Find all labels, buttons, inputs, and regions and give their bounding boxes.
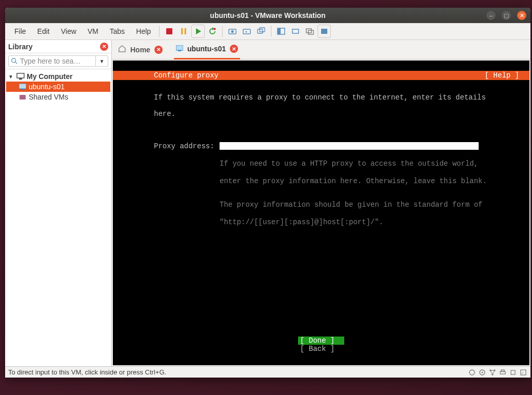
svg-rect-20 [19, 84, 26, 89]
svg-line-17 [15, 62, 17, 64]
svg-rect-14 [308, 30, 313, 34]
window-title: ubuntu-s01 - VMware Workstation [5, 11, 530, 19]
pause-icon[interactable] [177, 25, 190, 38]
svg-rect-1 [181, 28, 183, 34]
svg-rect-19 [19, 78, 22, 80]
svg-rect-12 [292, 29, 299, 33]
installer-heading: Configure proxy [113, 71, 485, 80]
close-button[interactable]: ✕ [517, 11, 526, 20]
console-view-icon[interactable] [303, 25, 317, 38]
restart-icon[interactable] [206, 25, 219, 38]
snapshot-manager-icon[interactable] [254, 25, 268, 38]
proxy-input[interactable] [220, 142, 479, 150]
minimize-button[interactable]: – [486, 11, 496, 20]
back-button[interactable]: [ Back ] [298, 345, 344, 353]
search-icon [11, 57, 18, 65]
installer-header: Configure proxy [ Help ] [113, 71, 529, 80]
tree-label: My Computer [27, 72, 72, 81]
help-button[interactable]: [ Help ] [485, 71, 529, 80]
svg-rect-18 [17, 73, 24, 78]
snapshot-icon[interactable] [226, 25, 239, 38]
svg-rect-15 [321, 29, 327, 34]
tab-home[interactable]: Home ✕ [116, 40, 165, 60]
svg-rect-32 [501, 370, 504, 371]
printer-icon[interactable] [499, 368, 507, 377]
menu-file[interactable]: File [9, 25, 31, 37]
maximize-button[interactable]: ▢ [502, 11, 511, 20]
statusbar: To direct input to this VM, click inside… [5, 366, 530, 378]
intro-line: If this system requires a proxy to conne… [154, 93, 529, 102]
status-icons [468, 368, 527, 377]
tab-ubuntu-s01[interactable]: ubuntu-s01 ✕ [174, 40, 240, 60]
stretch-icon[interactable] [318, 25, 331, 38]
hint-line: The proxy information should be given in… [220, 201, 482, 209]
menu-vm[interactable]: VM [83, 25, 104, 37]
home-icon [118, 45, 126, 54]
search-input[interactable]: Type here to sea… [8, 55, 96, 67]
library-tree: ▼ My Computer ubuntu-s01 Shared VMs [5, 69, 111, 366]
installer-body: If this system requires a proxy to conne… [113, 80, 529, 243]
library-title: Library [8, 43, 32, 51]
vm-icon [176, 45, 183, 53]
menu-help[interactable]: Help [131, 25, 156, 37]
tree-label: Shared VMs [29, 93, 68, 101]
separator [159, 26, 160, 37]
svg-rect-21 [21, 89, 24, 90]
intro-line: here. [154, 110, 529, 118]
svg-rect-23 [176, 45, 183, 50]
svg-rect-31 [500, 371, 505, 374]
close-tab-icon[interactable]: ✕ [154, 46, 163, 54]
hint-line: enter the proxy information here. Otherw… [220, 177, 487, 185]
monitor-icon [16, 73, 25, 80]
svg-rect-2 [185, 28, 187, 34]
menubar: File Edit View VM Tabs Help [5, 23, 530, 40]
done-button[interactable]: [ Done ] [298, 337, 344, 345]
tree-my-computer[interactable]: ▼ My Computer [6, 71, 110, 82]
main-area: Library ✕ Type here to sea… ▼ ▼ My Compu… [5, 40, 530, 366]
svg-rect-13 [306, 29, 311, 33]
snapshot-revert-icon[interactable] [240, 25, 253, 38]
vm-console[interactable]: Configure proxy [ Help ] If this system … [113, 61, 529, 365]
vm-icon [18, 83, 27, 90]
power-off-icon[interactable] [163, 25, 176, 38]
status-hint: To direct input to this VM, click inside… [8, 368, 166, 376]
separator [222, 26, 223, 37]
close-library-icon[interactable]: ✕ [100, 43, 108, 51]
shared-folder-icon [18, 93, 27, 101]
search-placeholder: Type here to sea… [20, 57, 81, 65]
svg-rect-9 [260, 28, 265, 32]
search-dropdown[interactable]: ▼ [96, 55, 108, 67]
play-icon[interactable] [191, 25, 205, 38]
svg-marker-3 [196, 28, 201, 34]
tab-label: Home [130, 46, 150, 54]
caret-down-icon: ▼ [8, 74, 14, 80]
installer-screen: Configure proxy [ Help ] If this system … [113, 71, 529, 365]
tree-ubuntu-s01[interactable]: ubuntu-s01 [6, 82, 110, 92]
svg-point-25 [469, 370, 475, 375]
menu-view[interactable]: View [56, 25, 82, 37]
fullscreen-icon[interactable] [274, 25, 288, 38]
svg-rect-22 [19, 95, 26, 100]
menu-tabs[interactable]: Tabs [105, 25, 130, 37]
hdd-icon[interactable] [468, 368, 476, 377]
svg-rect-0 [166, 28, 172, 34]
svg-point-6 [231, 30, 234, 33]
installer-buttons: [ Done ] [ Back ] [113, 337, 529, 353]
network-icon[interactable] [488, 368, 497, 377]
cd-icon[interactable] [478, 368, 486, 377]
svg-point-4 [214, 28, 216, 30]
unity-icon[interactable] [289, 25, 302, 38]
sound-icon[interactable] [509, 368, 517, 377]
svg-rect-24 [178, 50, 181, 51]
tabs: Home ✕ ubuntu-s01 ✕ [112, 40, 530, 60]
menu-edit[interactable]: Edit [32, 25, 55, 37]
svg-rect-33 [511, 370, 515, 374]
hint-line: "http://[[user][:pass]@]host[:port]/". [220, 218, 383, 226]
tab-label: ubuntu-s01 [187, 45, 226, 53]
tree-shared-vms[interactable]: Shared VMs [6, 92, 110, 102]
close-tab-icon[interactable]: ✕ [230, 45, 238, 53]
content-pane: Home ✕ ubuntu-s01 ✕ Configure proxy [ He… [112, 40, 530, 366]
tree-label: ubuntu-s01 [29, 83, 65, 91]
proxy-label: Proxy address: [154, 142, 220, 150]
message-icon[interactable] [519, 368, 527, 377]
